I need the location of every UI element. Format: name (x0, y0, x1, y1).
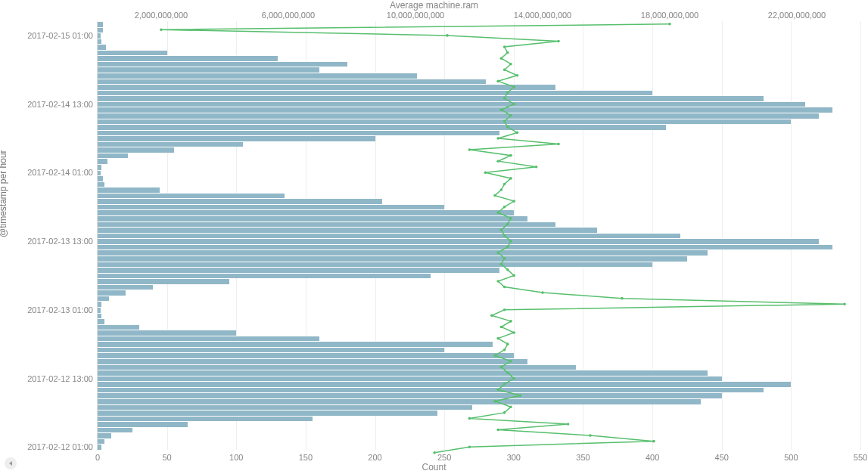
line-point (503, 411, 506, 414)
line-point (509, 154, 512, 157)
bottom-tick-label: 250 (437, 453, 451, 462)
line-point (567, 423, 570, 426)
line-point (512, 331, 515, 334)
line-point (509, 320, 512, 323)
top-tick-label: 22,000,000,000 (768, 11, 826, 20)
line-point (160, 29, 163, 32)
line-point (509, 63, 512, 66)
line-point (509, 114, 512, 117)
combo-chart: Average machine.ram Count @timestamp per… (0, 0, 868, 474)
line-point (493, 194, 496, 197)
line-point (433, 451, 436, 454)
line-point (516, 132, 519, 135)
bottom-tick-label: 300 (507, 453, 521, 462)
plot-area: 2,000,000,0006,000,000,00010,000,000,000… (97, 21, 860, 450)
y-tick-label: 2017-02-12 01:00 (27, 442, 98, 451)
top-tick-label: 18,000,000,000 (641, 11, 698, 20)
line-point (496, 337, 499, 340)
line-point (503, 308, 506, 311)
line-point (490, 314, 493, 318)
line-series (98, 21, 860, 450)
y-tick-label: 2017-02-13 01:00 (27, 305, 98, 314)
top-tick-label: 6,000,000,000 (262, 11, 315, 20)
top-axis-title: Average machine.ram (0, 0, 868, 11)
bottom-tick-label: 150 (299, 453, 313, 462)
line-point (496, 429, 499, 432)
line-point (496, 80, 499, 83)
line-point (506, 268, 509, 271)
line-point (500, 326, 503, 329)
line-point (652, 440, 655, 443)
line-point (503, 45, 506, 48)
line-point (509, 360, 512, 363)
line-point (500, 366, 503, 369)
top-tick-label: 14,000,000,000 (514, 11, 571, 20)
line-point (506, 342, 509, 345)
line-point (509, 406, 512, 409)
bottom-tick-label: 550 (854, 453, 867, 462)
line-point (446, 34, 449, 37)
bottom-tick-label: 450 (715, 453, 729, 462)
line-point (503, 286, 506, 289)
line-point (496, 280, 499, 283)
line-point (493, 354, 496, 357)
line-point (557, 143, 560, 146)
line-point (503, 383, 506, 386)
line-point (503, 97, 506, 100)
line-point (512, 200, 515, 203)
line-point (519, 394, 522, 397)
line-point (503, 349, 506, 352)
line-point (500, 263, 503, 266)
line-point (541, 291, 544, 294)
line-point (506, 91, 509, 94)
line-point (589, 434, 592, 437)
line-point (506, 246, 509, 249)
line-point (503, 68, 506, 71)
line-point (496, 389, 499, 392)
line-point (557, 40, 560, 43)
line-point (512, 85, 515, 88)
line-point (496, 137, 499, 140)
line-point (493, 400, 496, 403)
line-point (500, 228, 503, 231)
line-point (500, 188, 503, 191)
back-arrow-icon[interactable] (5, 457, 17, 469)
line-point (516, 74, 519, 77)
line-point (503, 234, 506, 237)
line-point (509, 217, 512, 220)
line-point (500, 57, 503, 60)
line-point (468, 148, 471, 151)
y-tick-label: 2017-02-14 01:00 (27, 168, 98, 177)
bottom-axis-title: Count (0, 462, 868, 472)
line-point (506, 51, 509, 54)
line-point (843, 302, 846, 305)
y-axis-title: @timestamp per hour (0, 150, 8, 237)
bottom-tick-label: 0 (95, 453, 100, 462)
line-point (535, 166, 538, 169)
line-point (668, 23, 671, 26)
line-point (506, 125, 509, 129)
line-point (496, 160, 499, 163)
line-point (468, 417, 471, 420)
line-point (512, 274, 515, 277)
line-point (496, 251, 499, 254)
y-tick-label: 2017-02-13 13:00 (27, 237, 98, 246)
bottom-tick-label: 400 (646, 453, 659, 462)
line-point (496, 211, 499, 214)
y-tick-label: 2017-02-12 13:00 (27, 374, 98, 383)
line-point (503, 257, 506, 260)
bottom-tick-label: 100 (229, 453, 243, 462)
top-tick-label: 2,000,000,000 (135, 11, 188, 20)
y-tick-label: 2017-02-15 01:00 (27, 31, 98, 40)
line-point (500, 108, 503, 111)
line-point (484, 172, 487, 175)
line-point (503, 183, 506, 186)
line-point (512, 103, 515, 106)
line-point (621, 297, 624, 300)
bottom-tick-label: 200 (368, 453, 381, 462)
line-point (503, 120, 506, 123)
line-point (506, 223, 509, 226)
avg-ram-line (161, 24, 845, 453)
bottom-tick-label: 500 (784, 453, 798, 462)
line-point (509, 177, 512, 180)
